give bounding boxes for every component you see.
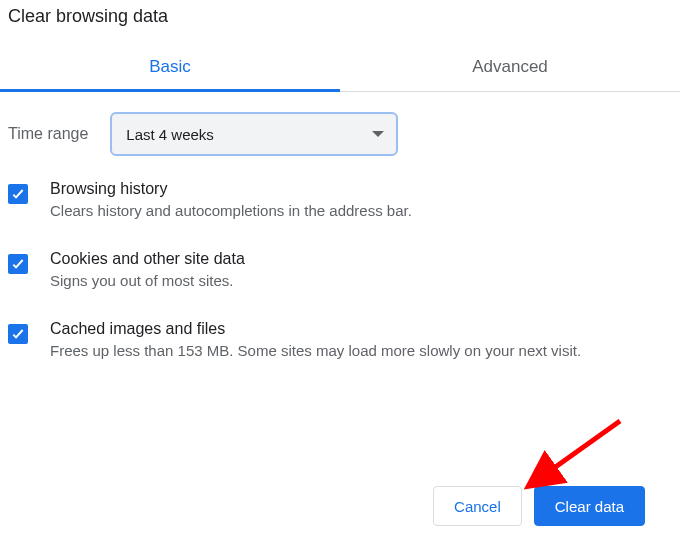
- checkbox-cache[interactable]: [8, 324, 28, 344]
- time-range-row: Time range Last 4 weeks: [0, 92, 680, 166]
- checkbox-browsing-history[interactable]: [8, 184, 28, 204]
- option-cache: Cached images and files Frees up less th…: [0, 306, 680, 376]
- option-title: Browsing history: [50, 180, 672, 198]
- option-text: Cookies and other site data Signs you ou…: [50, 250, 672, 292]
- tabs: Basic Advanced: [0, 45, 680, 92]
- option-text: Cached images and files Frees up less th…: [50, 320, 672, 362]
- time-range-value: Last 4 weeks: [126, 126, 214, 143]
- option-browsing-history: Browsing history Clears history and auto…: [0, 166, 680, 236]
- time-range-label: Time range: [8, 125, 88, 143]
- clear-data-button[interactable]: Clear data: [534, 486, 645, 526]
- tab-advanced[interactable]: Advanced: [340, 45, 680, 91]
- check-icon: [10, 186, 26, 202]
- option-desc: Frees up less than 153 MB. Some sites ma…: [50, 340, 672, 362]
- svg-line-0: [540, 421, 620, 478]
- dialog-title: Clear browsing data: [0, 0, 680, 45]
- annotation-arrow: [520, 416, 630, 496]
- option-desc: Signs you out of most sites.: [50, 270, 672, 292]
- dialog-footer: Cancel Clear data: [433, 486, 645, 526]
- check-icon: [10, 326, 26, 342]
- check-icon: [10, 256, 26, 272]
- chevron-down-icon: [372, 131, 384, 137]
- option-cookies: Cookies and other site data Signs you ou…: [0, 236, 680, 306]
- option-title: Cookies and other site data: [50, 250, 672, 268]
- tab-basic[interactable]: Basic: [0, 45, 340, 91]
- cancel-button[interactable]: Cancel: [433, 486, 522, 526]
- checkbox-cookies[interactable]: [8, 254, 28, 274]
- option-text: Browsing history Clears history and auto…: [50, 180, 672, 222]
- option-desc: Clears history and autocompletions in th…: [50, 200, 672, 222]
- time-range-select[interactable]: Last 4 weeks: [110, 112, 398, 156]
- option-title: Cached images and files: [50, 320, 672, 338]
